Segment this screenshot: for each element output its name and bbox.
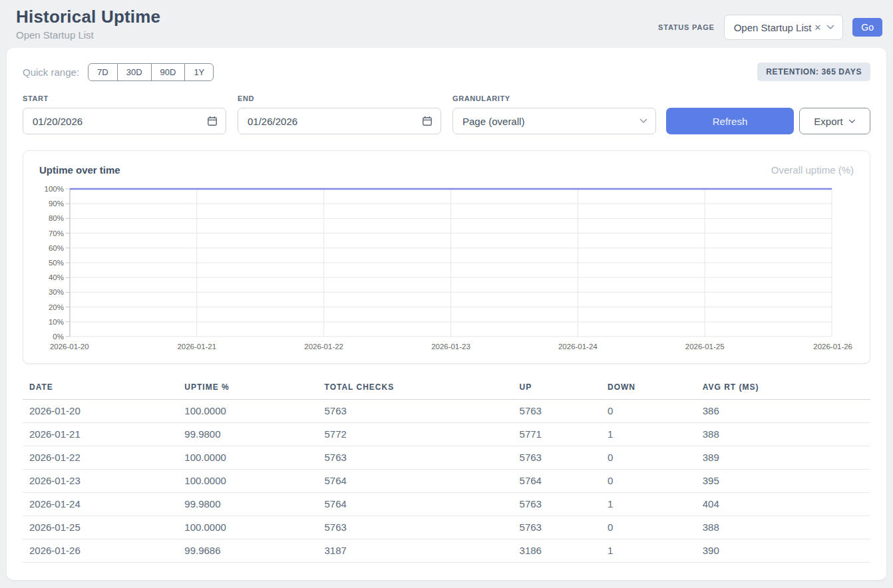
calendar-icon[interactable] [422, 116, 433, 126]
svg-text:30%: 30% [49, 288, 64, 296]
table-cell: 3187 [325, 539, 520, 563]
quick-range-group: Quick range: 7D30D90D1Y [23, 63, 214, 81]
uptime-chart: 0%10%20%30%40%50%60%70%80%90%100%2026-01… [39, 182, 854, 354]
page-title: Historical Uptime [16, 7, 160, 27]
table-cell: 2026-01-21 [23, 423, 184, 446]
calendar-icon[interactable] [207, 116, 218, 126]
main-card: Quick range: 7D30D90D1Y RETENTION: 365 D… [7, 48, 886, 580]
quick-range-buttons: 7D30D90D1Y [88, 63, 214, 81]
quick-range-30d[interactable]: 30D [117, 63, 152, 81]
table-cell: 390 [703, 539, 870, 563]
table-row: 2026-01-2199.9800577257711388 [23, 423, 870, 446]
table-cell: 5763 [325, 446, 520, 470]
column-header: AVG RT (MS) [703, 378, 870, 400]
table-row: 2026-01-23100.0000576457640395 [23, 470, 870, 493]
column-header: TOTAL CHECKS [325, 378, 520, 400]
table-cell: 2026-01-23 [23, 470, 184, 493]
table-cell: 1 [608, 539, 703, 563]
svg-text:2026-01-23: 2026-01-23 [431, 343, 470, 351]
table-cell: 1 [608, 493, 703, 516]
export-button[interactable]: Export [799, 108, 870, 134]
chart-header: Uptime over time Overall uptime (%) [39, 164, 854, 176]
svg-text:80%: 80% [49, 214, 64, 222]
table-cell: 99.9800 [184, 423, 324, 446]
column-header: UP [520, 378, 608, 400]
svg-text:2026-01-20: 2026-01-20 [50, 343, 89, 351]
chevron-down-icon [639, 118, 647, 124]
status-page-selected-value: Open Startup List [734, 22, 812, 33]
quick-range-90d[interactable]: 90D [151, 63, 186, 81]
table-cell: 5772 [325, 423, 520, 446]
table-cell: 2026-01-25 [23, 516, 184, 539]
clear-icon[interactable]: ✕ [814, 23, 821, 33]
status-page-select[interactable]: Open Startup List ✕ [724, 15, 844, 40]
table-cell: 2026-01-24 [23, 493, 184, 516]
table-cell: 389 [703, 446, 870, 470]
svg-text:2026-01-25: 2026-01-25 [685, 343, 725, 351]
table-cell: 1 [608, 423, 703, 446]
column-header: DOWN [608, 378, 703, 400]
column-header: UPTIME % [184, 378, 324, 400]
table-cell: 2026-01-26 [23, 539, 184, 563]
go-button[interactable]: Go [852, 18, 882, 37]
granularity-selected-value: Page (overall) [462, 116, 524, 127]
header-right: STATUS PAGE Open Startup List ✕ Go [658, 15, 882, 40]
table-header-row: DATEUPTIME %TOTAL CHECKSUPDOWNAVG RT (MS… [23, 378, 870, 400]
quick-range-row: Quick range: 7D30D90D1Y RETENTION: 365 D… [23, 63, 870, 81]
title-block: Historical Uptime Open Startup List [16, 7, 160, 41]
end-date-input[interactable]: 01/26/2026 [238, 108, 441, 134]
start-date-input[interactable]: 01/20/2026 [23, 108, 226, 134]
quick-range-label: Quick range: [23, 67, 79, 78]
table-cell: 388 [703, 423, 870, 446]
end-date-value: 01/26/2026 [248, 116, 297, 127]
table-cell: 99.9686 [184, 539, 324, 563]
table-cell: 5763 [325, 516, 520, 539]
table-cell: 5771 [520, 423, 608, 446]
svg-text:50%: 50% [49, 259, 64, 267]
chart-title: Uptime over time [39, 164, 120, 176]
retention-badge: RETENTION: 365 DAYS [757, 63, 870, 81]
start-date-field: START 01/20/2026 [23, 94, 226, 134]
status-page-label: STATUS PAGE [658, 23, 715, 31]
table-cell: 100.0000 [184, 400, 324, 423]
table-cell: 2026-01-22 [23, 446, 184, 470]
chevron-down-icon [848, 119, 856, 124]
svg-text:90%: 90% [49, 200, 64, 208]
table-row: 2026-01-25100.0000576357630388 [23, 516, 870, 539]
table-cell: 0 [608, 446, 703, 470]
uptime-chart-svg: 0%10%20%30%40%50%60%70%80%90%100%2026-01… [39, 182, 854, 354]
svg-text:100%: 100% [45, 185, 64, 193]
quick-range-1y[interactable]: 1Y [184, 63, 214, 81]
granularity-label: GRANULARITY [452, 94, 656, 102]
table-cell: 100.0000 [184, 446, 324, 470]
start-date-value: 01/20/2026 [33, 116, 83, 127]
uptime-chart-card: Uptime over time Overall uptime (%) 0%10… [23, 150, 870, 364]
table-cell: 0 [608, 516, 703, 539]
table-cell: 3186 [520, 539, 608, 563]
table-cell: 386 [703, 400, 870, 423]
table-cell: 5763 [325, 400, 520, 423]
table-cell: 5764 [325, 470, 520, 493]
chart-legend: Overall uptime (%) [771, 164, 854, 176]
table-cell: 5763 [520, 493, 608, 516]
svg-text:2026-01-26: 2026-01-26 [813, 343, 852, 351]
table-cell: 395 [703, 470, 870, 493]
granularity-select[interactable]: Page (overall) [452, 108, 656, 134]
svg-text:2026-01-21: 2026-01-21 [177, 343, 216, 351]
table-row: 2026-01-20100.0000576357630386 [23, 400, 870, 423]
table-row: 2026-01-2499.9800576457631404 [23, 493, 870, 516]
refresh-button[interactable]: Refresh [666, 108, 794, 134]
quick-range-7d[interactable]: 7D [88, 63, 118, 81]
svg-text:70%: 70% [49, 229, 64, 237]
table-cell: 5763 [520, 516, 608, 539]
svg-text:10%: 10% [49, 318, 64, 326]
controls-row: START 01/20/2026 END 01/26/2026 GRANULAR… [23, 94, 870, 134]
table-cell: 5763 [520, 446, 608, 470]
table-cell: 5763 [520, 400, 608, 423]
table-cell: 100.0000 [184, 516, 324, 539]
table-row: 2026-01-22100.0000576357630389 [23, 446, 870, 470]
table-cell: 100.0000 [184, 470, 324, 493]
svg-text:0%: 0% [53, 333, 64, 341]
table-cell: 388 [703, 516, 870, 539]
table-cell: 99.9800 [184, 493, 324, 516]
